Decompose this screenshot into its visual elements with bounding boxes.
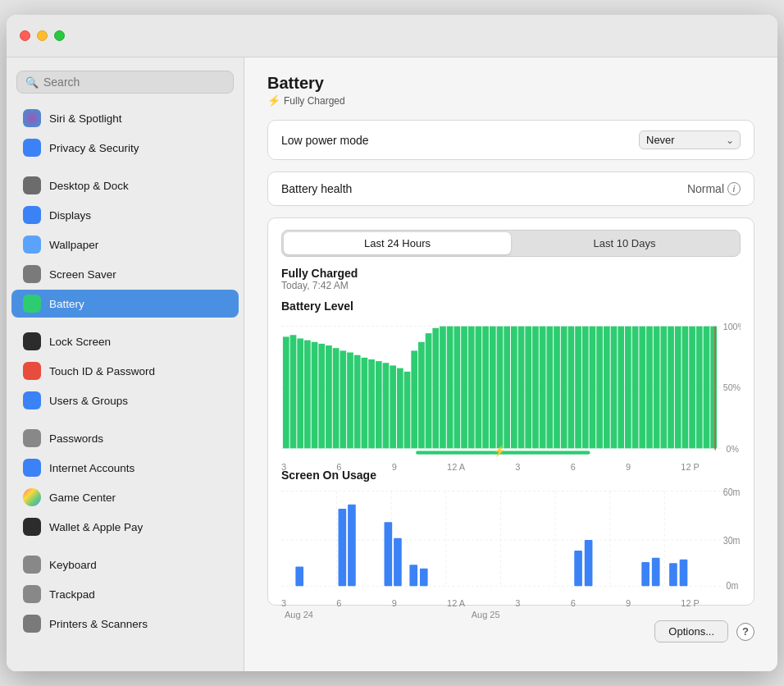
- sidebar-item-privacy[interactable]: Privacy & Security: [11, 134, 239, 162]
- chart-status-time: Today, 7:42 AM: [281, 280, 741, 291]
- svg-text:50%: 50%: [723, 382, 741, 393]
- svg-rect-35: [511, 327, 517, 449]
- svg-text:60m: 60m: [723, 487, 741, 497]
- svg-rect-11: [340, 350, 346, 448]
- low-power-select-wrapper[interactable]: Never Always Only on Battery: [639, 130, 741, 149]
- sidebar-label-users: Users & Groups: [49, 395, 128, 407]
- sidebar-item-internet[interactable]: Internet Accounts: [11, 454, 239, 482]
- battery-health-value-group: Normal i: [687, 182, 741, 195]
- wallet-icon: [23, 518, 41, 536]
- sidebar-label-trackpad: Trackpad: [49, 588, 95, 601]
- svg-rect-55: [654, 327, 660, 449]
- svg-rect-86: [420, 569, 428, 587]
- svg-rect-59: [682, 327, 689, 449]
- battery-icon: [23, 295, 41, 313]
- svg-rect-29: [468, 327, 475, 449]
- sidebar-item-gamecenter[interactable]: Game Center: [11, 483, 239, 511]
- svg-rect-80: [295, 567, 303, 587]
- svg-rect-7: [312, 342, 318, 449]
- svg-rect-25: [440, 327, 446, 449]
- date-group-labels: Aug 24 Aug 25: [281, 610, 741, 620]
- wallpaper-icon: [23, 236, 41, 254]
- low-power-select[interactable]: Never Always Only on Battery: [639, 130, 741, 149]
- tab-10d[interactable]: Last 10 Days: [511, 232, 738, 254]
- chart-status: Fully Charged Today, 7:42 AM: [281, 267, 741, 291]
- svg-rect-13: [354, 355, 361, 449]
- sidebar-item-wallpaper[interactable]: Wallpaper: [11, 231, 239, 258]
- svg-rect-81: [339, 509, 347, 586]
- svg-rect-33: [497, 327, 504, 449]
- svg-rect-83: [385, 522, 393, 586]
- svg-rect-26: [447, 327, 454, 449]
- svg-rect-21: [411, 350, 417, 448]
- chart-status-title: Fully Charged: [281, 267, 741, 280]
- low-power-value: Never Always Only on Battery: [639, 130, 741, 149]
- close-button[interactable]: [20, 30, 30, 41]
- sidebar-label-battery: Battery: [49, 298, 84, 310]
- svg-rect-24: [432, 328, 439, 449]
- sidebar-label-keyboard: Keyboard: [49, 559, 97, 571]
- minimize-button[interactable]: [37, 30, 48, 41]
- desktop-icon: [23, 176, 41, 194]
- keyboard-icon: [23, 556, 41, 574]
- sidebar-item-desktop[interactable]: Desktop & Dock: [11, 172, 239, 199]
- svg-rect-31: [482, 327, 489, 449]
- svg-rect-15: [368, 359, 375, 448]
- svg-rect-40: [546, 327, 553, 449]
- svg-rect-56: [660, 327, 667, 449]
- help-button[interactable]: ?: [736, 623, 754, 641]
- battery-svg: ⚡ 100% 50% 0%: [281, 318, 741, 457]
- svg-rect-16: [376, 361, 382, 448]
- screensaver-icon: [23, 265, 41, 283]
- sidebar-item-siri[interactable]: Siri & Spotlight: [11, 104, 239, 132]
- internet-icon: [23, 459, 41, 477]
- svg-rect-27: [454, 327, 460, 449]
- svg-rect-54: [646, 327, 653, 449]
- svg-text:0m: 0m: [727, 580, 739, 591]
- trackpad-icon: [23, 585, 41, 603]
- bottom-bar: Options... ?: [267, 620, 754, 643]
- tab-24h[interactable]: Last 24 Hours: [284, 232, 511, 254]
- svg-rect-39: [540, 327, 546, 449]
- sidebar-item-passwords[interactable]: Passwords: [11, 424, 239, 452]
- titlebar: [7, 15, 777, 57]
- sidebar-item-printers[interactable]: Printers & Scanners: [11, 610, 239, 638]
- sidebar-item-touchid[interactable]: Touch ID & Password: [11, 357, 239, 385]
- sidebar-item-battery[interactable]: Battery: [11, 290, 239, 318]
- svg-rect-48: [604, 327, 610, 449]
- sidebar-label-displays: Displays: [49, 209, 91, 222]
- low-power-section: Low power mode Never Always Only on Batt…: [267, 120, 754, 160]
- svg-rect-60: [689, 327, 695, 449]
- search-icon: 🔍: [25, 76, 39, 89]
- maximize-button[interactable]: [54, 30, 65, 41]
- svg-rect-36: [518, 327, 525, 449]
- svg-rect-37: [525, 327, 531, 449]
- sidebar-item-displays[interactable]: Displays: [11, 201, 239, 229]
- svg-rect-53: [639, 327, 645, 449]
- svg-rect-3: [283, 336, 289, 448]
- svg-rect-42: [561, 327, 567, 449]
- svg-text:0%: 0%: [727, 443, 739, 454]
- usage-svg: 60m 30m 0m: [281, 487, 741, 593]
- sidebar-item-wallet[interactable]: Wallet & Apple Pay: [11, 513, 239, 541]
- battery-health-row: Battery health Normal i: [268, 172, 754, 205]
- svg-rect-5: [297, 339, 303, 449]
- sidebar-item-lockscreen[interactable]: Lock Screen: [11, 327, 239, 355]
- search-box[interactable]: 🔍: [16, 71, 234, 94]
- sidebar-item-keyboard[interactable]: Keyboard: [11, 551, 239, 579]
- search-input[interactable]: [43, 75, 225, 89]
- battery-charged-icon: ⚡: [267, 94, 280, 107]
- svg-rect-62: [704, 327, 710, 449]
- sidebar-item-screensaver[interactable]: Screen Saver: [11, 260, 239, 288]
- low-power-label: Low power mode: [281, 134, 369, 147]
- printers-icon: [23, 615, 41, 633]
- options-button[interactable]: Options...: [654, 620, 728, 643]
- svg-text:30m: 30m: [723, 536, 741, 547]
- sidebar-item-users[interactable]: Users & Groups: [11, 386, 239, 414]
- svg-rect-9: [326, 345, 332, 448]
- svg-rect-91: [669, 563, 677, 586]
- battery-health-info-icon[interactable]: i: [727, 182, 741, 195]
- svg-rect-61: [696, 327, 703, 449]
- sidebar-item-trackpad[interactable]: Trackpad: [11, 580, 239, 608]
- sidebar-label-lockscreen: Lock Screen: [49, 336, 111, 348]
